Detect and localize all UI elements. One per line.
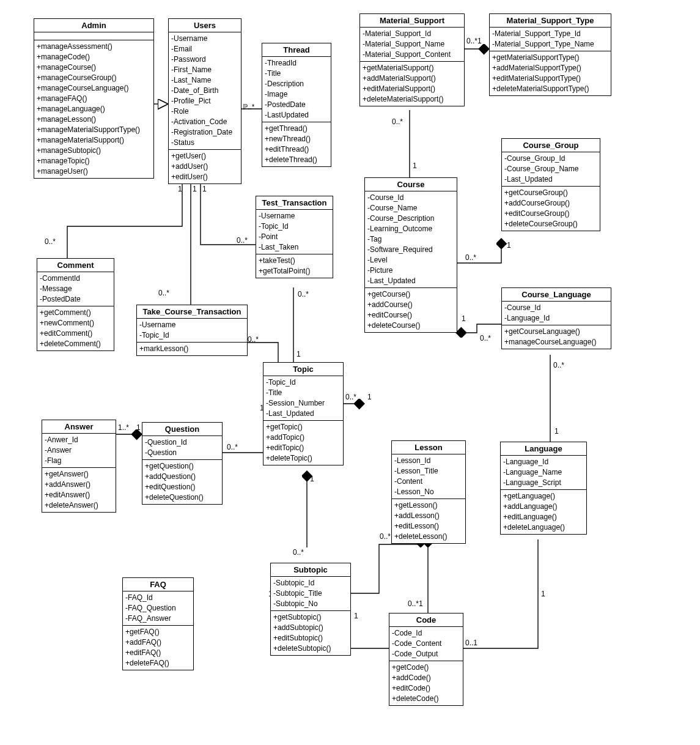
attributes: -Topic_Id-Title-Session_Number-Last_Upda… (263, 376, 343, 421)
attribute: -Subtopic_Title (273, 588, 348, 599)
attribute: -Description (265, 79, 328, 89)
operation: +getTotalPoint() (259, 266, 330, 276)
attribute: -Registration_Date (171, 127, 238, 138)
attribute: -Course_Id (367, 193, 454, 203)
class-test_transaction: Test_Transaction-Username-Topic_Id-Point… (256, 196, 333, 278)
class-title: Admin (34, 19, 153, 32)
attribute: -CommentId (40, 273, 111, 284)
operation: +addMaterialSupport() (363, 73, 462, 84)
mult-lesson-code-b: 1 (418, 599, 424, 608)
attribute: -Date_of_Birth (171, 86, 238, 96)
mult-cl-lang: 0..* (553, 361, 565, 369)
attributes (34, 32, 153, 40)
operation: +manageLanguage() (37, 104, 151, 114)
mult-c: 1 (412, 161, 418, 170)
operation: +deleteTopic() (266, 453, 341, 464)
mult-ms-mst: 0..*1 (466, 37, 482, 45)
attribute: -Activation_Code (171, 117, 238, 127)
attribute: -Code_Id (392, 628, 460, 639)
operations: +getCourseGroup()+addCourseGroup()+editC… (502, 187, 600, 231)
operation: +addLesson() (394, 511, 463, 521)
attribute: -Course_Description (367, 213, 454, 224)
class-faq: FAQ-FAQ_Id-FAQ_Question-FAQ_Answer+getFA… (122, 577, 194, 670)
mult-comment: 0..* (44, 237, 56, 246)
operation: +editCourse() (367, 310, 454, 321)
attribute: -Software_Required (367, 245, 454, 255)
attribute: -Username (259, 211, 330, 221)
attribute: -Point (259, 232, 330, 242)
operation: +deleteCode() (392, 694, 460, 704)
operation: +getFAQ() (125, 627, 191, 637)
mult-sub-lesson: 0..* (379, 532, 391, 541)
attributes: -Username-Email-Password-First_Name-Last… (169, 32, 241, 150)
operation: +editCode() (392, 683, 460, 694)
class-title: Topic (263, 363, 343, 376)
attribute: -Question (145, 448, 219, 458)
attribute: -Lesson_No (394, 487, 463, 497)
operation: +addQuestion() (145, 472, 219, 482)
class-title: Course (365, 178, 457, 191)
class-admin: Admin+manageAssessment()+manageCode()+ma… (34, 18, 154, 179)
operation: +editMaterialSupportType() (492, 73, 608, 84)
operation: +editThread() (265, 144, 328, 155)
class-title: Users (169, 19, 241, 32)
mult-course-cl: 1 (461, 314, 466, 323)
operation: +manageCourseGroup() (37, 73, 151, 83)
attributes: -CommentId-Message-PostedDate (37, 272, 114, 306)
attribute: -Topic_Id (259, 221, 330, 232)
class-lesson: Lesson-Lesson_Id-Lesson_Title-Content-Le… (391, 440, 466, 544)
operation: +getCourse() (367, 289, 454, 300)
class-title: Question (142, 423, 222, 436)
operation: +addCode() (392, 673, 460, 683)
operation: +addAnswer() (45, 480, 113, 490)
class-subtopic: Subtopic-Subtopic_Id-Subtopic_Title-Subt… (270, 563, 351, 656)
attribute: -Material_Support_Type_Id (492, 29, 608, 39)
attribute: -Email (171, 44, 238, 54)
operations: +getCourseLanguage()+manageCourseLanguag… (502, 325, 611, 349)
mult-course-cg1: 1 (506, 241, 512, 250)
operation: +editQuestion() (145, 482, 219, 492)
attribute: -Last_Updated (504, 174, 597, 185)
class-topic: Topic-Topic_Id-Title-Session_Number-Last… (263, 362, 344, 465)
operation: +getSubtopic() (273, 612, 348, 623)
attribute: -Language_Id (503, 457, 584, 467)
class-title: Comment (37, 259, 114, 272)
operation: +addMaterialSupportType() (492, 63, 608, 73)
operation: +manageCourseLanguage() (504, 337, 608, 347)
attribute: -Last_Name (171, 75, 238, 86)
class-code: Code-Code_Id-Code_Content-Code_Output+ge… (389, 613, 463, 706)
attribute: -Material_Support_Content (363, 50, 462, 60)
attributes: -Course_Id-Language_Id (502, 302, 611, 325)
operation: +getTopic() (266, 422, 341, 432)
attribute: -Anwer_Id (45, 435, 113, 445)
attributes: -Material_Support_Type_Id-Material_Suppo… (490, 28, 611, 51)
attribute: -Session_Number (266, 398, 341, 409)
mult-tct-topic: 0..* (247, 335, 259, 344)
attribute: -First_Name (171, 65, 238, 75)
operation: +markLesson() (139, 344, 245, 354)
mult: 1 (177, 185, 183, 193)
class-title: Course_Group (502, 139, 600, 152)
mult-cl-lang1: 1 (554, 427, 559, 436)
operation: +newThread() (265, 134, 328, 144)
operation: +getUser() (171, 151, 238, 161)
attribute: -Password (171, 54, 238, 65)
operations: +markLesson() (137, 343, 247, 355)
operation: +deleteCourse() (367, 321, 454, 331)
operation: +manageUser() (37, 166, 151, 177)
mult-topic-course: 0..* (345, 393, 357, 401)
operation: +getCourseGroup() (504, 188, 597, 198)
operation: +addTopic() (266, 432, 341, 443)
operation: +manageSubtopic() (37, 146, 151, 156)
operation: +deleteCourseGroup() (504, 219, 597, 229)
operation: +getQuestion() (145, 461, 219, 472)
class-comment: Comment-CommentId-Message-PostedDate+get… (37, 258, 114, 351)
attributes: -Material_Support_Id-Material_Support_Na… (360, 28, 464, 62)
attributes: -FAQ_Id-FAQ_Question-FAQ_Answer (123, 591, 193, 626)
operation: +addFAQ() (125, 637, 191, 648)
class-course_group: Course_Group-Course_Group_Id-Course_Grou… (501, 138, 600, 231)
attribute: -Question_Id (145, 437, 219, 448)
operation: +addCourse() (367, 300, 454, 310)
operations: +getThread()+newThread()+editThread()+de… (262, 122, 331, 166)
attribute: -Profile_Pict (171, 96, 238, 106)
